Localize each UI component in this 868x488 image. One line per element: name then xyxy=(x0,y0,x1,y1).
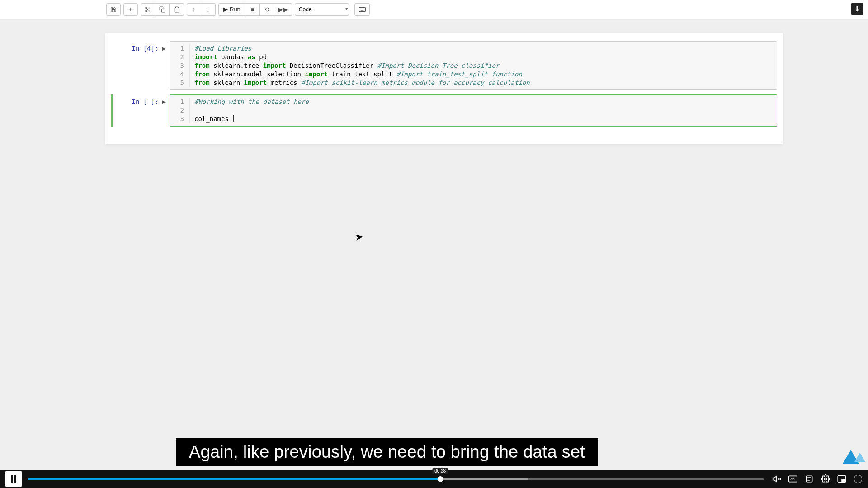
line-number: 1 xyxy=(170,44,190,53)
video-player-bar: 00:28 CC xyxy=(0,470,868,488)
run-button[interactable]: ▶ Run xyxy=(218,3,245,16)
line-number: 3 xyxy=(170,115,190,123)
move-down-button[interactable]: ↓ xyxy=(201,3,216,16)
prompt-text: In [ ]: xyxy=(132,98,159,105)
arrow-down-icon: ↓ xyxy=(207,6,210,13)
line-number: 2 xyxy=(170,53,190,61)
stop-icon: ■ xyxy=(250,6,254,13)
code-editor[interactable]: 1#Load Libraries2import pandas as pd3fro… xyxy=(170,41,777,90)
keyboard-icon xyxy=(359,7,366,12)
restart-run-all-button[interactable]: ▶▶ xyxy=(274,3,292,16)
code-line: 5from sklearn import metrics #Import sci… xyxy=(170,79,777,87)
pause-button[interactable] xyxy=(5,471,22,487)
svg-line-3 xyxy=(148,10,150,11)
svg-rect-5 xyxy=(161,9,165,12)
notebook-main: In [4]: ▶ 1#Load Libraries2import pandas… xyxy=(0,19,868,488)
line-number: 2 xyxy=(170,106,190,115)
download-icon: ⬇ xyxy=(854,5,860,13)
notebook-container: In [4]: ▶ 1#Load Libraries2import pandas… xyxy=(105,33,783,144)
line-number: 3 xyxy=(170,61,190,70)
cut-icon xyxy=(145,6,151,13)
code-line: 1#Working with the dataset here xyxy=(170,98,777,106)
svg-rect-24 xyxy=(842,479,845,482)
cut-button[interactable] xyxy=(141,3,155,16)
line-number: 1 xyxy=(170,98,190,106)
player-controls-right: CC xyxy=(772,474,863,483)
line-number: 4 xyxy=(170,70,190,79)
restart-button[interactable]: ⟲ xyxy=(260,3,274,16)
svg-point-0 xyxy=(146,7,147,9)
line-number: 5 xyxy=(170,79,190,87)
svg-line-4 xyxy=(147,8,148,9)
code-cell[interactable]: In [ ]: ▶ 1#Working with the dataset her… xyxy=(111,94,777,127)
arrow-up-icon: ↑ xyxy=(193,6,196,13)
code-text: col_names xyxy=(194,115,234,123)
svg-point-22 xyxy=(825,478,827,480)
fullscreen-button[interactable] xyxy=(854,474,863,483)
svg-text:CC: CC xyxy=(790,478,795,481)
code-line: 3col_names xyxy=(170,115,777,123)
code-line: 2 xyxy=(170,106,777,115)
progress-fill xyxy=(28,478,440,480)
code-text: #Working with the dataset here xyxy=(194,98,309,106)
code-text: from sklearn.model_selection import trai… xyxy=(194,70,522,79)
run-label: Run xyxy=(230,6,241,13)
progress-time-tooltip: 00:28 xyxy=(432,468,448,474)
code-text: import pandas as pd xyxy=(194,53,267,61)
mouse-cursor-icon: ➤ xyxy=(354,231,363,244)
svg-rect-6 xyxy=(175,7,178,8)
download-indicator[interactable]: ⬇ xyxy=(851,3,863,15)
gear-icon xyxy=(821,474,830,483)
code-line: 1#Load Libraries xyxy=(170,44,777,53)
pause-icon xyxy=(11,475,16,483)
add-cell-button[interactable]: + xyxy=(123,3,138,16)
prompt-text: In [4]: xyxy=(132,45,159,52)
code-text: #Load Libraries xyxy=(194,44,251,53)
cell-prompt: In [ ]: ▶ xyxy=(111,94,170,127)
code-line: 3from sklearn.tree import DecisionTreeCl… xyxy=(170,61,777,70)
pip-button[interactable] xyxy=(837,474,846,483)
transcript-button[interactable] xyxy=(805,474,814,483)
code-editor[interactable]: 1#Working with the dataset here23col_nam… xyxy=(170,94,777,127)
fullscreen-icon xyxy=(854,475,862,483)
text-caret xyxy=(233,115,234,122)
plus-icon: + xyxy=(128,5,133,13)
run-cell-icon[interactable]: ▶ xyxy=(162,98,166,105)
cell-prompt: In [4]: ▶ xyxy=(111,41,170,90)
cc-icon: CC xyxy=(788,475,797,483)
copy-button[interactable] xyxy=(155,3,170,16)
pip-icon xyxy=(837,475,846,483)
svg-marker-13 xyxy=(773,476,777,482)
stop-button[interactable]: ■ xyxy=(245,3,260,16)
notebook-toolbar: + ↑ ↓ ▶ Run ■ ⟲ ▶▶ xyxy=(0,0,868,19)
code-line: 2import pandas as pd xyxy=(170,53,777,61)
play-icon: ▶ xyxy=(223,6,228,13)
progress-knob[interactable] xyxy=(437,476,443,482)
code-cell[interactable]: In [4]: ▶ 1#Load Libraries2import pandas… xyxy=(111,41,777,90)
captions-button[interactable]: CC xyxy=(788,474,797,483)
paste-button[interactable] xyxy=(170,3,184,16)
progress-track[interactable]: 00:28 xyxy=(28,478,764,480)
code-text: from sklearn.tree import DecisionTreeCla… xyxy=(194,61,499,70)
video-caption: Again, like previously, we need to bring… xyxy=(176,438,598,466)
save-button[interactable] xyxy=(106,3,121,16)
code-line: 4from sklearn.model_selection import tra… xyxy=(170,70,777,79)
svg-rect-7 xyxy=(359,7,366,11)
svg-point-1 xyxy=(146,10,147,12)
cell-type-select[interactable]: Code xyxy=(295,3,349,16)
move-up-button[interactable]: ↑ xyxy=(187,3,201,16)
mute-button[interactable] xyxy=(772,474,781,483)
volume-off-icon xyxy=(772,474,781,483)
brand-logo xyxy=(843,450,860,467)
save-icon xyxy=(110,6,117,13)
copy-icon xyxy=(159,6,165,13)
settings-button[interactable] xyxy=(821,474,830,483)
paste-icon xyxy=(174,6,180,13)
fast-forward-icon: ▶▶ xyxy=(278,6,288,13)
restart-icon: ⟲ xyxy=(264,6,269,13)
command-palette-button[interactable] xyxy=(354,3,370,16)
code-text: from sklearn import metrics #Import scik… xyxy=(194,79,530,87)
transcript-icon xyxy=(805,475,813,483)
run-cell-icon[interactable]: ▶ xyxy=(162,45,166,52)
